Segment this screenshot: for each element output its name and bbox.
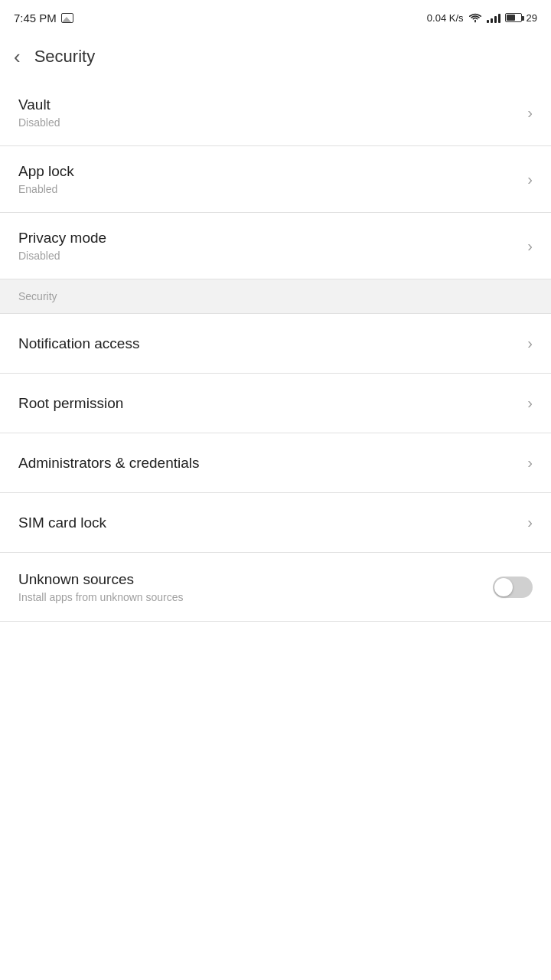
page-title: Security: [34, 47, 95, 67]
notification-access-title: Notification access: [18, 335, 139, 352]
admins-credentials-content: Administrators & credentials: [18, 455, 200, 472]
settings-item-notification-access[interactable]: Notification access ›: [0, 314, 551, 374]
signal-bar-4: [498, 14, 500, 23]
app-lock-chevron-icon: ›: [527, 171, 533, 188]
status-time-area: 7:45 PM: [14, 11, 73, 24]
root-permission-title: Root permission: [18, 395, 123, 412]
settings-list-top: Vault Disabled › App lock Enabled › Priv…: [0, 80, 551, 279]
battery-body: [505, 13, 522, 22]
signal-bar-2: [491, 18, 493, 23]
sim-card-lock-title: SIM card lock: [18, 514, 106, 531]
settings-item-app-lock[interactable]: App lock Enabled ›: [0, 146, 551, 213]
settings-item-root-permission[interactable]: Root permission ›: [0, 374, 551, 433]
network-speed-label: 0.04 K/s: [427, 12, 464, 24]
toggle-knob: [494, 578, 513, 596]
battery-fill: [507, 15, 515, 21]
admins-credentials-title: Administrators & credentials: [18, 455, 200, 472]
vault-chevron-icon: ›: [527, 104, 533, 122]
vault-title: Vault: [18, 96, 60, 113]
app-lock-title: App lock: [18, 163, 74, 180]
settings-list-security: Notification access › Root permission › …: [0, 314, 551, 622]
sim-card-lock-chevron-icon: ›: [527, 514, 533, 531]
settings-item-unknown-sources[interactable]: Unknown sources Install apps from unknow…: [0, 553, 551, 622]
notification-access-content: Notification access: [18, 335, 139, 352]
unknown-sources-title: Unknown sources: [18, 571, 184, 588]
privacy-mode-title: Privacy mode: [18, 230, 106, 247]
status-icons-area: 0.04 K/s 29: [427, 12, 537, 24]
signal-bar-1: [487, 20, 489, 23]
settings-item-vault[interactable]: Vault Disabled ›: [0, 80, 551, 146]
notification-access-chevron-icon: ›: [527, 335, 533, 352]
battery-icon: [505, 13, 522, 22]
battery-percent-label: 29: [527, 12, 537, 24]
privacy-mode-content: Privacy mode Disabled: [18, 230, 106, 262]
app-lock-content: App lock Enabled: [18, 163, 74, 195]
unknown-sources-content: Unknown sources Install apps from unknow…: [18, 571, 184, 603]
image-icon: [61, 13, 73, 23]
sim-card-lock-content: SIM card lock: [18, 514, 106, 531]
app-bar: ‹ Security: [0, 34, 551, 80]
signal-bar-3: [494, 16, 497, 23]
privacy-mode-subtitle: Disabled: [18, 250, 106, 262]
settings-item-sim-card-lock[interactable]: SIM card lock ›: [0, 493, 551, 553]
settings-item-privacy-mode[interactable]: Privacy mode Disabled ›: [0, 213, 551, 279]
time-label: 7:45 PM: [14, 11, 57, 24]
unknown-sources-subtitle: Install apps from unknown sources: [18, 591, 184, 603]
status-bar: 7:45 PM 0.04 K/s 29: [0, 0, 551, 34]
settings-item-admins-credentials[interactable]: Administrators & credentials ›: [0, 433, 551, 493]
back-button[interactable]: ‹: [14, 47, 21, 67]
vault-content: Vault Disabled: [18, 96, 60, 129]
section-header-label: Security: [18, 290, 57, 302]
privacy-mode-chevron-icon: ›: [527, 237, 533, 255]
signal-bars-icon: [487, 12, 500, 23]
section-header-security: Security: [0, 279, 551, 314]
wifi-icon: [468, 12, 482, 23]
root-permission-chevron-icon: ›: [527, 394, 533, 412]
app-lock-subtitle: Enabled: [18, 183, 74, 195]
unknown-sources-toggle[interactable]: [493, 577, 533, 598]
root-permission-content: Root permission: [18, 395, 123, 412]
admins-credentials-chevron-icon: ›: [527, 454, 533, 472]
vault-subtitle: Disabled: [18, 116, 60, 129]
